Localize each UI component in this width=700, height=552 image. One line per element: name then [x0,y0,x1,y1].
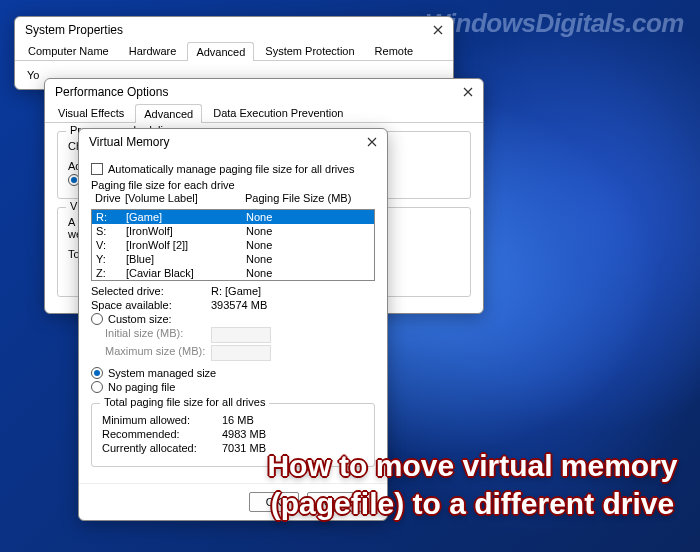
minimum-allowed-label: Minimum allowed: [102,414,222,426]
minimum-allowed-row: Minimum allowed: 16 MB [102,414,364,426]
drive-size: None [216,211,370,223]
maximum-size-row: Maximum size (MB): [91,345,375,361]
drive-row[interactable]: V:[IronWolf [2]]None [92,238,374,252]
maximum-size-input [211,345,271,361]
tab-advanced[interactable]: Advanced [135,104,202,123]
drive-row[interactable]: S:[IronWolf]None [92,224,374,238]
watermark-text: WindowsDigitals.com [425,8,684,39]
drive-label: [Blue] [126,253,216,265]
tab-system-protection[interactable]: System Protection [256,41,363,60]
close-icon[interactable] [431,23,445,37]
tabs: Visual Effects Advanced Data Execution P… [45,103,483,123]
drive-row[interactable]: Y:[Blue]None [92,252,374,266]
window-title: System Properties [25,23,123,37]
radio-icon [91,381,103,393]
recommended-row: Recommended: 4983 MB [102,428,364,440]
tab-visual-effects[interactable]: Visual Effects [49,103,133,122]
window-title: Virtual Memory [89,135,169,149]
checkbox-label: Automatically manage paging file size fo… [108,163,354,175]
article-headline: How to move virtual memory (pagefile) to… [265,447,680,522]
radio-icon [91,367,103,379]
drive-letter: S: [96,225,126,237]
initial-size-label: Initial size (MB): [91,327,211,343]
auto-manage-checkbox[interactable]: Automatically manage paging file size fo… [91,163,375,175]
drive-size: None [216,225,370,237]
drive-label: [IronWolf] [126,225,216,237]
col-drive: Drive [95,192,125,204]
currently-allocated-value: 7031 MB [222,442,266,454]
radio-label: Custom size: [108,313,172,325]
selected-drive-value: R: [Game] [211,285,261,297]
minimum-allowed-value: 16 MB [222,414,254,426]
space-available-value: 393574 MB [211,299,267,311]
drive-letter: R: [96,211,126,223]
maximum-size-label: Maximum size (MB): [91,345,211,361]
drive-label: [IronWolf [2]] [126,239,216,251]
titlebar[interactable]: Performance Options [45,79,483,103]
space-available-label: Space available: [91,299,211,311]
drive-size: None [216,253,370,265]
system-managed-radio[interactable]: System managed size [91,367,375,379]
recommended-label: Recommended: [102,428,222,440]
custom-size-radio[interactable]: Custom size: [91,313,375,325]
drive-letter: Y: [96,253,126,265]
radio-label: No paging file [108,381,175,393]
titlebar[interactable]: Virtual Memory [79,129,387,153]
space-available-row: Space available: 393574 MB [91,299,375,311]
tab-computer-name[interactable]: Computer Name [19,41,118,60]
drive-label: [Caviar Black] [126,267,216,279]
truncated-text: Yo [27,69,39,81]
drive-letter: V: [96,239,126,251]
initial-size-row: Initial size (MB): [91,327,375,343]
drive-list[interactable]: R:[Game]NoneS:[IronWolf]NoneV:[IronWolf … [91,209,375,281]
drive-row[interactable]: Z:[Caviar Black]None [92,266,374,280]
radio-label: System managed size [108,367,216,379]
no-paging-file-radio[interactable]: No paging file [91,381,375,393]
list-caption: Paging file size for each drive [91,179,375,191]
currently-allocated-label: Currently allocated: [102,442,222,454]
initial-size-input [211,327,271,343]
tab-advanced[interactable]: Advanced [187,42,254,61]
drive-row[interactable]: R:[Game]None [92,210,374,224]
checkbox-icon [91,163,103,175]
tab-hardware[interactable]: Hardware [120,41,186,60]
selected-drive-row: Selected drive: R: [Game] [91,285,375,297]
vm-body: Automatically manage paging file size fo… [79,153,387,483]
recommended-value: 4983 MB [222,428,266,440]
drive-letter: Z: [96,267,126,279]
col-paging-size: Paging File Size (MB) [215,192,371,204]
tab-remote[interactable]: Remote [366,41,423,60]
group-title: Total paging file size for all drives [100,396,269,408]
drive-label: [Game] [126,211,216,223]
window-title: Performance Options [55,85,168,99]
drive-size: None [216,239,370,251]
selected-drive-label: Selected drive: [91,285,211,297]
tab-dep[interactable]: Data Execution Prevention [204,103,352,122]
radio-icon [91,313,103,325]
drive-size: None [216,267,370,279]
close-icon[interactable] [365,135,379,149]
drive-list-header: Drive [Volume Label] Paging File Size (M… [91,191,375,205]
tabs: Computer Name Hardware Advanced System P… [15,41,453,61]
titlebar[interactable]: System Properties [15,17,453,41]
col-volume-label: [Volume Label] [125,192,215,204]
close-icon[interactable] [461,85,475,99]
